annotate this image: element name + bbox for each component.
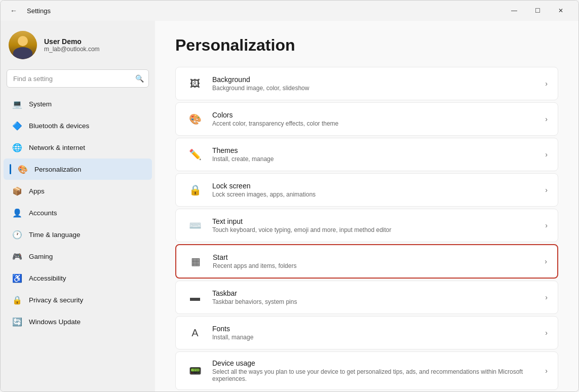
- settings-list: 🖼BackgroundBackground image, color, slid…: [175, 67, 558, 390]
- network-icon: 🌐: [12, 142, 23, 153]
- start-description: Recent apps and items, folders: [213, 262, 536, 269]
- titlebar: ← Settings — ☐ ✕: [1, 1, 578, 21]
- fonts-description: Install, manage: [212, 334, 537, 341]
- themes-text: ThemesInstall, create, manage: [212, 146, 537, 163]
- fonts-text: FontsInstall, manage: [212, 325, 537, 341]
- sidebar: User Demo m_lab@outlook.com 🔍 💻System🔷Bl…: [1, 21, 155, 391]
- chevron-right-icon: ›: [545, 221, 548, 229]
- settings-item-colors[interactable]: 🎨ColorsAccent color, transparency effect…: [175, 102, 558, 136]
- sidebar-item-apps[interactable]: 📦Apps: [4, 180, 152, 202]
- avatar: [9, 31, 37, 59]
- update-icon: 🔄: [12, 316, 23, 327]
- start-icon: ▦: [186, 252, 205, 270]
- background-description: Background image, color, slideshow: [212, 85, 537, 92]
- user-name: User Demo: [44, 37, 100, 46]
- content-area: User Demo m_lab@outlook.com 🔍 💻System🔷Bl…: [1, 21, 578, 391]
- time-icon: 🕐: [12, 229, 23, 240]
- sidebar-item-label: System: [29, 100, 52, 108]
- lock-screen-description: Lock screen images, apps, animations: [212, 191, 537, 198]
- sidebar-item-update[interactable]: 🔄Windows Update: [4, 311, 152, 332]
- sidebar-item-label: Accounts: [29, 209, 57, 217]
- device-usage-description: Select all the ways you plan to use your…: [212, 368, 537, 382]
- colors-description: Accent color, transparency effects, colo…: [212, 120, 537, 127]
- colors-text: ColorsAccent color, transparency effects…: [212, 111, 537, 127]
- themes-icon: ✏️: [186, 145, 204, 164]
- sidebar-item-label: Windows Update: [29, 318, 81, 326]
- settings-item-themes[interactable]: ✏️ThemesInstall, create, manage›: [175, 138, 558, 171]
- gaming-icon: 🎮: [12, 251, 23, 262]
- personalization-icon: 🎨: [17, 164, 28, 175]
- settings-item-fonts[interactable]: AFontsInstall, manage›: [175, 316, 558, 349]
- minimize-button[interactable]: —: [503, 3, 526, 19]
- window-controls: — ☐ ✕: [503, 3, 572, 19]
- taskbar-title: Taskbar: [212, 289, 537, 297]
- sidebar-item-network[interactable]: 🌐Network & internet: [4, 137, 152, 158]
- user-profile[interactable]: User Demo m_lab@outlook.com: [1, 21, 155, 69]
- sidebar-item-label: Time & language: [29, 231, 81, 239]
- sidebar-item-personalization[interactable]: 🎨Personalization: [4, 159, 152, 180]
- bluetooth-icon: 🔷: [12, 120, 23, 131]
- taskbar-description: Taskbar behaviors, system pins: [212, 298, 537, 305]
- accessibility-icon: ♿: [12, 272, 23, 284]
- sidebar-item-label: Network & internet: [29, 144, 85, 151]
- lock-screen-title: Lock screen: [212, 182, 537, 190]
- chevron-right-icon: ›: [545, 186, 548, 194]
- text-input-description: Touch keyboard, voice typing, emoji and …: [212, 226, 537, 233]
- user-email: m_lab@outlook.com: [44, 46, 100, 53]
- sidebar-item-accounts[interactable]: 👤Accounts: [4, 202, 152, 223]
- chevron-right-icon: ›: [545, 115, 548, 123]
- lock-screen-text: Lock screenLock screen images, apps, ani…: [212, 182, 537, 198]
- lock-screen-icon: 🔒: [186, 181, 204, 199]
- avatar-image: [9, 31, 37, 59]
- start-text: StartRecent apps and items, folders: [213, 253, 536, 269]
- back-button[interactable]: ←: [7, 4, 21, 18]
- page-title: Personalization: [175, 36, 558, 55]
- main-content: Personalization 🖼BackgroundBackground im…: [155, 21, 578, 391]
- sidebar-item-label: Bluetooth & devices: [29, 122, 89, 130]
- themes-title: Themes: [212, 146, 537, 154]
- taskbar-icon: ▬: [186, 288, 204, 306]
- start-title: Start: [213, 253, 536, 261]
- window-title: Settings: [27, 7, 51, 15]
- search-input[interactable]: [7, 69, 149, 88]
- sidebar-item-privacy[interactable]: 🔒Privacy & security: [4, 289, 152, 310]
- privacy-icon: 🔒: [12, 294, 23, 305]
- maximize-button[interactable]: ☐: [526, 3, 549, 19]
- fonts-icon: A: [186, 324, 204, 342]
- device-usage-text: Device usageSelect all the ways you plan…: [212, 359, 537, 382]
- chevron-right-icon: ›: [545, 293, 548, 301]
- fonts-title: Fonts: [212, 325, 537, 333]
- system-icon: 💻: [12, 98, 23, 109]
- settings-item-device-usage[interactable]: 📟Device usageSelect all the ways you pla…: [175, 351, 558, 390]
- text-input-icon: ⌨️: [186, 216, 204, 234]
- chevron-right-icon: ›: [545, 329, 548, 337]
- close-button[interactable]: ✕: [549, 3, 572, 19]
- apps-icon: 📦: [12, 185, 23, 197]
- search-box: 🔍: [7, 69, 149, 88]
- chevron-right-icon: ›: [545, 367, 548, 375]
- sidebar-item-time[interactable]: 🕐Time & language: [4, 224, 152, 245]
- background-icon: 🖼: [186, 74, 204, 93]
- settings-item-background[interactable]: 🖼BackgroundBackground image, color, slid…: [175, 67, 558, 100]
- settings-window: ← Settings — ☐ ✕ User Demo m_lab@outlook…: [0, 0, 579, 392]
- sidebar-item-bluetooth[interactable]: 🔷Bluetooth & devices: [4, 115, 152, 136]
- sidebar-item-gaming[interactable]: 🎮Gaming: [4, 246, 152, 267]
- settings-item-lock-screen[interactable]: 🔒Lock screenLock screen images, apps, an…: [175, 173, 558, 207]
- colors-title: Colors: [212, 111, 537, 119]
- sidebar-item-system[interactable]: 💻System: [4, 93, 152, 114]
- settings-item-text-input[interactable]: ⌨️Text inputTouch keyboard, voice typing…: [175, 209, 558, 242]
- sidebar-item-accessibility[interactable]: ♿Accessibility: [4, 267, 152, 289]
- sidebar-item-label: Personalization: [34, 166, 81, 173]
- accounts-icon: 👤: [12, 207, 23, 218]
- sidebar-item-label: Gaming: [29, 253, 53, 260]
- sidebar-item-label: Accessibility: [29, 275, 66, 282]
- background-text: BackgroundBackground image, color, slide…: [212, 75, 537, 92]
- themes-description: Install, create, manage: [212, 155, 537, 163]
- settings-item-taskbar[interactable]: ▬TaskbarTaskbar behaviors, system pins›: [175, 281, 558, 314]
- nav-list: 💻System🔷Bluetooth & devices🌐Network & in…: [1, 93, 155, 333]
- settings-item-start[interactable]: ▦StartRecent apps and items, folders›: [175, 244, 558, 279]
- chevron-right-icon: ›: [545, 150, 548, 159]
- text-input-title: Text input: [212, 217, 537, 225]
- titlebar-left: ← Settings: [7, 4, 51, 18]
- taskbar-text: TaskbarTaskbar behaviors, system pins: [212, 289, 537, 305]
